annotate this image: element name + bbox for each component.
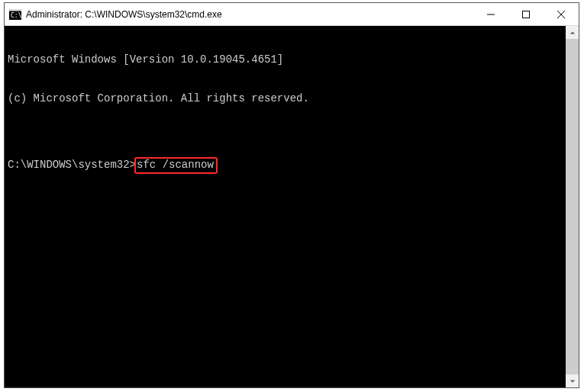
titlebar[interactable]: C:\ Administrator: C:\WINDOWS\system32\c…	[5, 3, 579, 26]
command-highlight: sfc /scannow	[134, 157, 218, 174]
cmd-icon: C:\	[9, 8, 21, 21]
window-title: Administrator: C:\WINDOWS\system32\cmd.e…	[26, 9, 222, 20]
scroll-track[interactable]	[566, 39, 579, 374]
svg-text:C:\: C:\	[11, 12, 21, 19]
terminal-command: sfc /scannow	[137, 159, 214, 171]
scrollbar[interactable]	[566, 26, 579, 387]
terminal-line-version: Microsoft Windows [Version 10.0.19045.46…	[8, 53, 563, 66]
terminal[interactable]: Microsoft Windows [Version 10.0.19045.46…	[5, 26, 566, 387]
close-button[interactable]	[544, 3, 579, 25]
scroll-thumb[interactable]	[566, 39, 579, 374]
svg-rect-5	[523, 11, 530, 18]
window-controls	[473, 3, 579, 25]
scroll-down-button[interactable]	[566, 374, 579, 387]
maximize-button[interactable]	[508, 3, 544, 25]
svg-rect-2	[9, 9, 21, 11]
terminal-line-copyright: (c) Microsoft Corporation. All rights re…	[8, 92, 563, 105]
terminal-prompt: C:\WINDOWS\system32>	[8, 159, 136, 171]
terminal-container: Microsoft Windows [Version 10.0.19045.46…	[5, 26, 579, 387]
terminal-prompt-line: C:\WINDOWS\system32>sfc /scannow	[8, 157, 563, 174]
scroll-up-button[interactable]	[566, 26, 579, 39]
minimize-button[interactable]	[473, 3, 508, 25]
cmd-window: C:\ Administrator: C:\WINDOWS\system32\c…	[4, 2, 579, 388]
